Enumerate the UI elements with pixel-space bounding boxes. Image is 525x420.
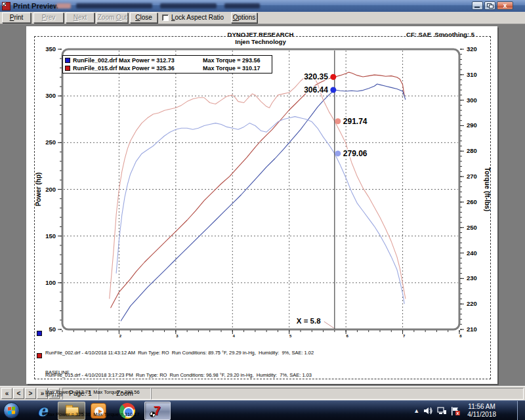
svg-text:100: 100 (45, 279, 56, 286)
print-button[interactable]: Print (2, 12, 31, 23)
svg-text:300: 300 (467, 96, 477, 104)
close-icon: x (497, 2, 513, 9)
svg-text:280: 280 (467, 147, 477, 154)
cursor-marker-value: 320.35 (304, 72, 328, 81)
system-tray: ▲ x 11:56 AM 4/11/2018 (413, 401, 496, 420)
next-button[interactable]: Next (66, 12, 94, 23)
legend-row: RunFile_015.drf Max Power = 325.36 Max T… (65, 64, 270, 72)
print-preview-window: Print Preview x Print Prev Next Zoom Out… (0, 0, 525, 400)
svg-text:350: 350 (45, 45, 56, 52)
svg-text:230: 230 (467, 274, 477, 282)
restore-button[interactable] (484, 1, 495, 10)
svg-text:6: 6 (346, 334, 348, 338)
action-center-flag-icon[interactable]: x (451, 407, 460, 415)
legend-swatch-blue (65, 58, 70, 63)
windows-logo-icon (8, 406, 15, 414)
cursor-marker-value: 291.74 (343, 117, 368, 126)
cursor-marker-dot (330, 74, 336, 80)
prev-page-button[interactable]: < (13, 388, 24, 399)
svg-text:240: 240 (467, 249, 477, 257)
y-right-axis-label: Torque (ft-lbs) (484, 167, 491, 211)
svg-text:x: x (457, 410, 459, 415)
svg-text:260: 260 (467, 198, 477, 205)
minimize-button[interactable] (472, 1, 483, 10)
svg-text:250: 250 (45, 138, 56, 146)
preview-area: 2345678350300250200150100503203103002902… (0, 24, 525, 386)
cursor-x-label: X = 5.8 (297, 317, 321, 325)
show-desktop-button[interactable] (517, 401, 525, 420)
legend-row: RunFile_002.drf Max Power = 312.73 Max T… (65, 56, 270, 64)
svg-text:320: 320 (467, 45, 477, 52)
close-preview-button[interactable]: Close (130, 12, 158, 23)
titlebar[interactable]: Print Preview x (0, 0, 525, 12)
close-window-button[interactable]: x (497, 1, 513, 10)
taskbar-clock[interactable]: 11:56 AM 4/11/2018 (467, 403, 496, 419)
cursor-marker-value: 306.44 (304, 85, 328, 94)
y-left-axis-label: Power (hp) (35, 173, 42, 207)
minimize-icon (474, 7, 480, 8)
lock-aspect-ratio-label: Lock Aspect Ratio (171, 14, 224, 21)
chart-legend: RunFile_002.drf Max Power = 312.73 Max T… (62, 55, 272, 74)
hidden-icons-button[interactable]: ▲ (413, 408, 419, 414)
network-icon[interactable] (437, 407, 446, 415)
next-page-button[interactable]: > (25, 388, 36, 399)
winpep-app-icon (2, 2, 10, 10)
titlebar-redacted-text (160, 3, 217, 9)
svg-text:270: 270 (467, 173, 477, 180)
start-button[interactable] (3, 402, 20, 419)
svg-text:8: 8 (459, 334, 462, 338)
titlebar-redacted-text (56, 3, 71, 9)
toolbar: Print Prev Next Zoom Out Close Lock Aspe… (0, 12, 525, 24)
first-page-button[interactable]: « (1, 388, 12, 399)
cursor-marker-dot (330, 87, 336, 93)
zoom-out-button[interactable]: Zoom Out (96, 12, 128, 23)
annotation-swatch-red (37, 353, 42, 358)
svg-text:290: 290 (467, 121, 477, 129)
preview-page: 2345678350300250200150100503203103002902… (26, 26, 497, 384)
svg-text:7: 7 (403, 334, 406, 338)
titlebar-redacted-text (76, 3, 152, 9)
options-button[interactable]: Options (231, 12, 257, 23)
svg-text:250: 250 (467, 224, 477, 231)
svg-text:200: 200 (45, 186, 56, 193)
titlebar-redacted-text (224, 3, 260, 9)
lock-aspect-ratio-checkbox[interactable] (162, 14, 169, 21)
prev-button[interactable]: Prev (33, 12, 64, 23)
svg-text:300: 300 (45, 92, 56, 99)
annotation-swatch-blue (37, 331, 42, 336)
legend-swatch-red (65, 66, 70, 71)
svg-text:210: 210 (467, 326, 477, 333)
window-title: Print Preview (13, 2, 59, 10)
cursor-marker-value: 279.06 (343, 149, 368, 158)
run-annotation-sp1129: RunFile_015.drf - 4/10/2018 3:17:23 PM R… (45, 352, 312, 420)
svg-text:150: 150 (45, 232, 56, 240)
svg-text:220: 220 (467, 300, 477, 307)
svg-text:310: 310 (467, 71, 477, 78)
cursor-marker-dot (335, 118, 341, 124)
volume-icon[interactable] (424, 407, 432, 415)
cursor-marker-dot (335, 150, 341, 156)
